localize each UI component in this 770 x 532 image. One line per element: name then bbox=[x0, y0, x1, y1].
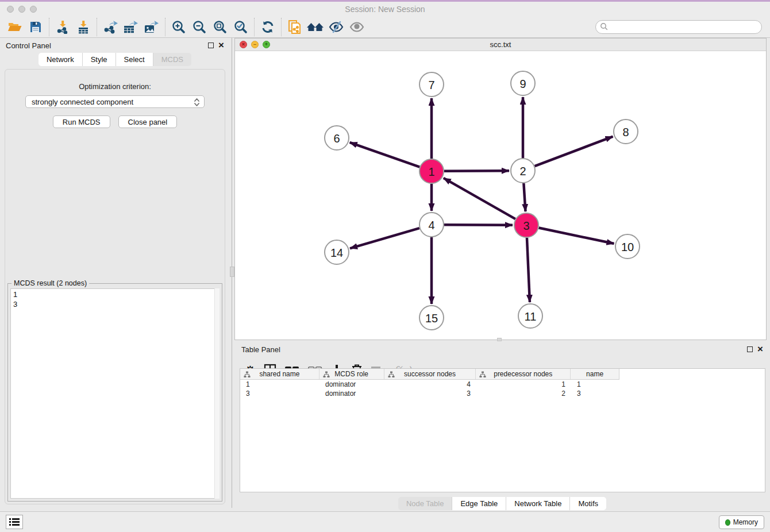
float-panel-icon[interactable] bbox=[208, 43, 214, 48]
tab-node-table[interactable]: Node Table bbox=[398, 497, 453, 510]
cell-successor-nodes[interactable]: 3 bbox=[384, 389, 476, 398]
open-session-icon[interactable] bbox=[5, 18, 25, 36]
close-panel-button[interactable]: Close panel bbox=[118, 115, 178, 128]
optimization-criterion-label: Optimization criterion: bbox=[5, 82, 225, 91]
traffic-lights bbox=[7, 6, 37, 13]
close-table-panel-icon[interactable]: × bbox=[757, 346, 763, 352]
frame-close-icon[interactable]: × bbox=[240, 41, 247, 48]
cell-shared-name[interactable]: 1 bbox=[240, 380, 319, 389]
column-header-mcds-role[interactable]: MCDS role bbox=[319, 369, 384, 379]
refresh-icon[interactable] bbox=[257, 18, 278, 36]
tab-select[interactable]: Select bbox=[116, 53, 153, 66]
zoom-fit-icon[interactable] bbox=[210, 18, 230, 36]
graph-node-label-7: 7 bbox=[428, 79, 434, 91]
graph-node-label-10: 10 bbox=[621, 241, 634, 253]
column-header-name[interactable]: name bbox=[571, 369, 619, 379]
graph-edge-1-6[interactable] bbox=[350, 142, 420, 167]
save-session-icon[interactable] bbox=[25, 18, 46, 36]
export-network-icon[interactable] bbox=[100, 18, 121, 36]
tab-motifs[interactable]: Motifs bbox=[570, 497, 606, 510]
tab-network-table[interactable]: Network Table bbox=[506, 497, 570, 510]
toolbar-separator bbox=[165, 18, 165, 36]
cell-mcds-role[interactable]: dominator bbox=[319, 389, 384, 398]
graph-node-label-1: 1 bbox=[428, 165, 434, 178]
close-panel-icon[interactable]: × bbox=[218, 43, 224, 48]
mcds-panel: Optimization criterion: strongly connect… bbox=[5, 69, 225, 504]
memory-label: Memory bbox=[733, 518, 758, 526]
table-header: shared nameMCDS rolesuccessor nodesprede… bbox=[240, 369, 619, 380]
export-table-icon[interactable] bbox=[121, 18, 141, 36]
cell-shared-name[interactable]: 3 bbox=[240, 389, 319, 398]
cell-successor-nodes[interactable]: 4 bbox=[384, 380, 476, 389]
memory-status-icon bbox=[725, 519, 730, 526]
import-network-icon[interactable] bbox=[52, 18, 73, 36]
criterion-select[interactable]: strongly connected component bbox=[25, 95, 205, 108]
graph-edge-1-2[interactable] bbox=[444, 171, 509, 171]
zoom-selected-icon[interactable] bbox=[230, 18, 251, 36]
duplicate-network-icon[interactable] bbox=[284, 18, 305, 36]
import-table-icon[interactable] bbox=[73, 18, 94, 36]
graph-edge-4-3[interactable] bbox=[444, 225, 513, 225]
control-panel-title: Control Panel bbox=[6, 41, 51, 50]
tab-network[interactable]: Network bbox=[38, 53, 83, 66]
export-image-icon[interactable] bbox=[141, 18, 162, 36]
cell-mcds-role[interactable]: dominator bbox=[319, 380, 384, 389]
minimize-window-icon[interactable] bbox=[18, 6, 25, 13]
graph-edge-3-1[interactable] bbox=[444, 178, 515, 219]
main-toolbar bbox=[0, 16, 770, 38]
graph-edge-2-3[interactable] bbox=[523, 183, 525, 211]
cell-name[interactable]: 3 bbox=[571, 389, 619, 398]
cell-predecessor-nodes[interactable]: 1 bbox=[476, 380, 571, 389]
search-input[interactable] bbox=[595, 20, 762, 34]
title-bar: Session: New Session bbox=[0, 2, 770, 16]
table-body: 1dominator4113dominator323 bbox=[240, 380, 765, 398]
maximize-window-icon[interactable] bbox=[30, 6, 37, 13]
graph-node-label-4: 4 bbox=[428, 219, 434, 232]
result-scrollbar[interactable] bbox=[214, 288, 220, 499]
table-row[interactable]: 3dominator323 bbox=[240, 389, 765, 398]
frame-minimize-icon[interactable]: – bbox=[251, 41, 259, 48]
mcds-result-text[interactable]: 1 3 bbox=[10, 288, 220, 499]
tab-style[interactable]: Style bbox=[83, 53, 116, 66]
application-window: Session: New Session bbox=[0, 0, 770, 532]
status-bar: Memory bbox=[0, 511, 770, 532]
cell-predecessor-nodes[interactable]: 2 bbox=[476, 389, 571, 398]
cell-name[interactable]: 1 bbox=[571, 380, 619, 389]
tab-edge-table[interactable]: Edge Table bbox=[452, 497, 506, 510]
toolbar-separator bbox=[97, 18, 97, 36]
column-header-predecessor-nodes[interactable]: predecessor nodes bbox=[476, 369, 571, 379]
column-header-successor-nodes[interactable]: successor nodes bbox=[384, 369, 476, 379]
close-window-icon[interactable] bbox=[7, 6, 14, 13]
zoom-in-icon[interactable] bbox=[168, 18, 189, 36]
graph-node-label-6: 6 bbox=[333, 132, 340, 145]
window-title: Session: New Session bbox=[0, 5, 770, 14]
column-header-shared-name[interactable]: shared name bbox=[240, 369, 319, 379]
splitter-grip[interactable] bbox=[230, 267, 234, 277]
hide-graphics-details-icon[interactable] bbox=[326, 18, 346, 36]
panel-splitter[interactable] bbox=[230, 38, 234, 508]
table-tabs: Node TableEdge TableNetwork TableMotifs bbox=[234, 497, 770, 510]
graph-node-label-14: 14 bbox=[330, 246, 343, 259]
frame-resize-grip[interactable] bbox=[497, 338, 502, 341]
toolbar-separator bbox=[49, 18, 49, 36]
float-table-panel-icon[interactable] bbox=[747, 346, 753, 352]
show-graphics-details-icon[interactable] bbox=[346, 18, 367, 36]
graph-edge-3-11[interactable] bbox=[527, 238, 530, 302]
graph-edge-3-10[interactable] bbox=[539, 228, 614, 244]
table-panel-title: Table Panel bbox=[241, 345, 280, 354]
memory-button[interactable]: Memory bbox=[719, 515, 764, 529]
network-canvas[interactable]: 7968124314101511 bbox=[235, 51, 766, 340]
tab-mcds[interactable]: MCDS bbox=[153, 53, 191, 66]
mcds-result-title: MCDS result (2 nodes) bbox=[11, 279, 89, 287]
graph-node-label-15: 15 bbox=[425, 312, 438, 325]
network-frame-titlebar[interactable]: × – + scc.txt bbox=[235, 38, 766, 51]
task-history-icon[interactable] bbox=[6, 515, 23, 529]
network-graph: 7968124314101511 bbox=[235, 51, 766, 340]
home-layout-icon[interactable] bbox=[305, 18, 326, 36]
table-row[interactable]: 1dominator411 bbox=[240, 380, 765, 389]
graph-edge-4-14[interactable] bbox=[350, 228, 419, 248]
run-mcds-button[interactable]: Run MCDS bbox=[53, 115, 110, 128]
zoom-out-icon[interactable] bbox=[189, 18, 210, 36]
frame-maximize-icon[interactable]: + bbox=[263, 41, 270, 48]
graph-edge-2-8[interactable] bbox=[535, 137, 613, 167]
